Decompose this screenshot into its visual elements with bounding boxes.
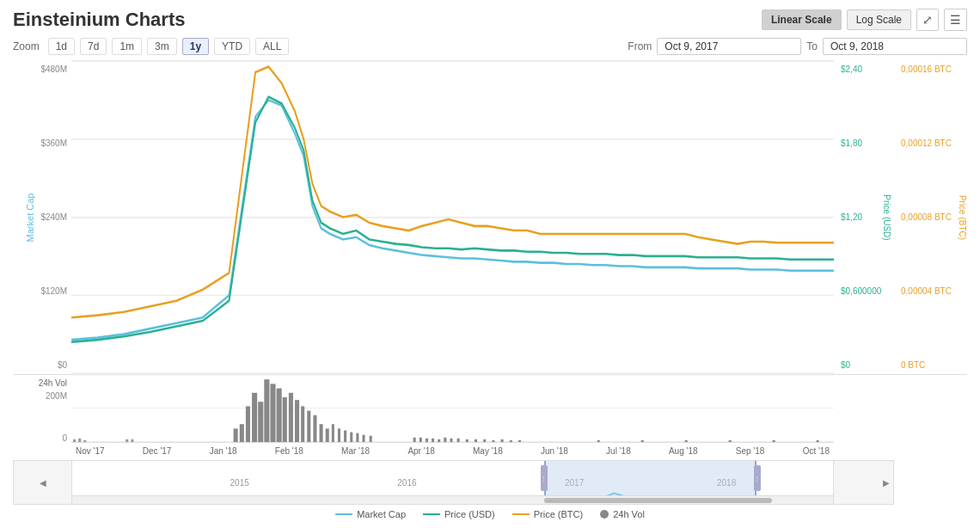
nav-selection[interactable]	[544, 461, 757, 495]
svg-rect-32	[350, 433, 352, 442]
svg-rect-29	[332, 424, 334, 442]
left-axis-title: Market Cap	[25, 193, 35, 242]
from-date-input[interactable]	[657, 38, 801, 55]
legend-24h-vol: 24h Vol	[600, 509, 645, 519]
left-axis-label-480: $480M	[40, 64, 67, 74]
svg-rect-13	[234, 428, 238, 442]
right-axis-btc-label-00004: 0,00004 BTC	[901, 286, 967, 296]
svg-rect-33	[356, 433, 358, 442]
svg-rect-15	[246, 406, 250, 442]
zoom-1m[interactable]: 1m	[112, 38, 142, 55]
svg-rect-11	[126, 439, 128, 442]
svg-rect-45	[475, 439, 477, 442]
zoom-ytd[interactable]: YTD	[214, 38, 250, 55]
svg-rect-55	[773, 440, 775, 442]
x-label-oct18: Oct '18	[803, 446, 830, 456]
svg-rect-38	[426, 439, 428, 442]
svg-rect-12	[131, 439, 133, 442]
to-date-input[interactable]	[823, 38, 967, 55]
svg-rect-34	[362, 435, 364, 442]
svg-rect-24	[301, 406, 304, 442]
legend-market-cap: Market Cap	[335, 509, 406, 519]
svg-rect-41	[444, 438, 446, 442]
volume-chart-svg	[71, 375, 834, 442]
x-label-jul18: Jul '18	[606, 446, 631, 456]
x-label-sep18: Sep '18	[736, 446, 765, 456]
svg-rect-43	[457, 439, 460, 442]
linear-scale-button[interactable]: Linear Scale	[762, 9, 842, 30]
svg-rect-31	[344, 430, 346, 442]
x-label-may18: May '18	[473, 446, 503, 456]
svg-rect-52	[641, 440, 644, 442]
x-label-feb18: Feb '18	[275, 446, 303, 456]
svg-rect-50	[518, 440, 521, 442]
nav-left-arrow[interactable]: ◀	[40, 478, 46, 488]
svg-rect-54	[729, 440, 732, 442]
price-btc-axis-title: Price (BTC)	[957, 194, 966, 239]
right-axis-btc-label-00012: 0,00012 BTC	[901, 138, 967, 148]
svg-rect-14	[240, 424, 244, 442]
right-axis-usd-label-240: $2,40	[841, 64, 894, 74]
svg-rect-17	[258, 402, 263, 442]
legend: Market Cap Price (USD) Price (BTC) 24h V…	[13, 505, 967, 524]
right-axis-usd-label-060: $0,600000	[841, 286, 894, 296]
svg-rect-49	[510, 440, 512, 442]
svg-rect-20	[277, 389, 282, 442]
right-axis-usd-label-0: $0	[841, 360, 894, 370]
zoom-1d[interactable]: 1d	[48, 38, 75, 55]
zoom-all[interactable]: ALL	[255, 38, 289, 55]
svg-rect-9	[78, 439, 81, 442]
volume-label-0: 0	[62, 433, 67, 443]
from-label: From	[628, 40, 652, 52]
zoom-1y[interactable]: 1y	[182, 38, 209, 55]
fullscreen-button[interactable]: ⤢	[916, 9, 939, 31]
menu-button[interactable]: ☰	[944, 9, 967, 31]
legend-price-btc-label: Price (BTC)	[534, 509, 583, 519]
svg-rect-21	[283, 397, 287, 442]
to-label: To	[806, 40, 818, 52]
x-label-jan18: Jan '18	[210, 446, 237, 456]
right-axis-btc-label-00016: 0,00016 BTC	[901, 64, 967, 74]
x-label-mar18: Mar '18	[341, 446, 370, 456]
svg-rect-28	[326, 428, 329, 442]
svg-rect-8	[73, 439, 76, 442]
log-scale-button[interactable]: Log Scale	[847, 9, 911, 30]
nav-right-arrow[interactable]: ▶	[883, 478, 890, 488]
svg-rect-22	[289, 393, 293, 442]
nav-year-2016: 2016	[397, 478, 416, 488]
svg-rect-26	[313, 415, 316, 442]
zoom-7d[interactable]: 7d	[80, 38, 107, 55]
svg-rect-47	[492, 440, 494, 442]
svg-rect-25	[307, 411, 310, 442]
svg-rect-18	[264, 379, 269, 442]
svg-rect-16	[252, 393, 257, 442]
zoom-label: Zoom	[13, 40, 40, 52]
page-title: Einsteinium Charts	[13, 9, 185, 31]
volume-label-200m: 200M	[46, 391, 67, 401]
svg-rect-35	[370, 436, 372, 442]
main-chart-svg	[71, 61, 834, 373]
legend-24h-vol-label: 24h Vol	[613, 509, 645, 519]
x-label-jun18: Jun '18	[541, 446, 568, 456]
svg-rect-48	[501, 439, 504, 442]
left-axis-label-120: $120M	[40, 286, 67, 296]
nav-right-handle[interactable]: ⋮	[754, 465, 761, 491]
x-label-nov17: Nov '17	[76, 446, 105, 456]
svg-rect-46	[483, 439, 486, 442]
svg-rect-40	[438, 439, 440, 442]
svg-rect-56	[817, 440, 819, 442]
x-label-dec17: Dec '17	[143, 446, 172, 456]
legend-price-usd: Price (USD)	[423, 509, 495, 519]
left-axis-label-0: $0	[58, 360, 67, 370]
legend-market-cap-label: Market Cap	[357, 509, 406, 519]
svg-rect-36	[413, 438, 416, 442]
svg-rect-53	[685, 440, 688, 442]
svg-rect-51	[597, 440, 600, 442]
x-label-aug18: Aug '18	[669, 446, 698, 456]
svg-rect-37	[420, 438, 422, 442]
svg-rect-42	[450, 439, 452, 442]
x-label-apr18: Apr '18	[407, 446, 434, 456]
nav-left-handle[interactable]: ⋮	[541, 465, 548, 491]
price-btc-line	[71, 66, 834, 317]
zoom-3m[interactable]: 3m	[147, 38, 177, 55]
